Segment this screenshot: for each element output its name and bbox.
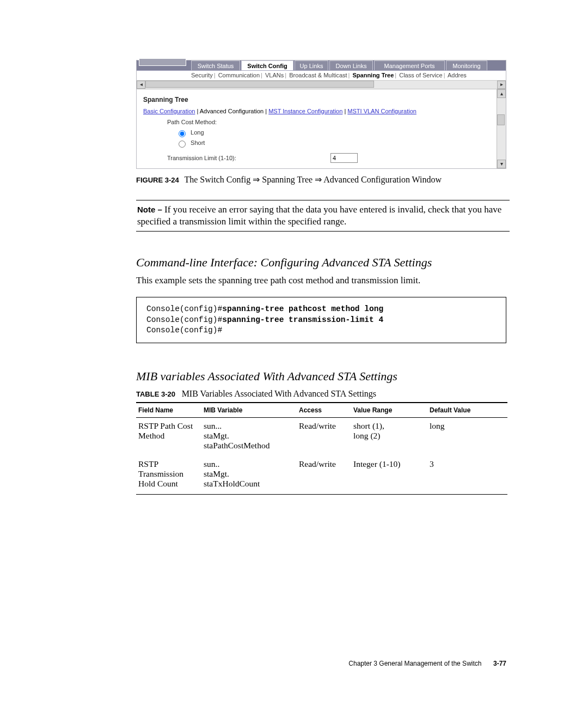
cell-var: sun... staMgt. staPathCostMethod — [201, 417, 297, 456]
scroll-up-icon[interactable]: ▴ — [497, 89, 506, 98]
subtab-security[interactable]: Security — [191, 72, 213, 78]
cell-default: 3 — [427, 456, 507, 495]
th-default-value: Default Value — [427, 403, 507, 418]
note-block: Note – If you receive an error saying th… — [136, 200, 510, 232]
cell-var: sun.. staMgt. staTxHoldCount — [201, 456, 297, 495]
page: Switch Status Switch Config Up Links Dow… — [0, 0, 588, 706]
link-basic-config[interactable]: Basic Configuration — [143, 108, 195, 114]
figure-label: FIGURE 3-24 — [136, 176, 179, 184]
switch-config-window: Switch Status Switch Config Up Links Dow… — [136, 60, 506, 169]
transmission-limit-label: Transmission Limit (1-10): — [167, 155, 330, 161]
cli-command-2: spanning-tree transmission-limit 4 — [222, 315, 383, 324]
vscroll-thumb[interactable] — [497, 114, 505, 125]
tab-up-links[interactable]: Up Links — [295, 60, 328, 70]
table-header-row: Field Name MIB Variable Access Value Ran… — [136, 403, 507, 418]
transmission-limit-input[interactable] — [330, 153, 358, 163]
cli-intro: This example sets the spanning tree path… — [136, 275, 506, 286]
cell-field: RSTP Path Cost Method — [136, 417, 201, 456]
radio-short[interactable] — [179, 141, 186, 148]
table-row: RSTP Path Cost Method sun... staMgt. sta… — [136, 417, 507, 456]
subtab-addressing-truncated[interactable]: Addres — [448, 72, 467, 78]
cell-access: Read/write — [297, 417, 351, 456]
radio-long[interactable] — [179, 130, 186, 137]
radio-short-text: Short — [191, 139, 205, 146]
cell-range: Integer (1-10) — [351, 456, 427, 495]
table-row: RSTP Transmission Hold Count sun.. staMg… — [136, 456, 507, 495]
cli-code-block: Console(config)#spanning-tree pathcost m… — [136, 297, 506, 343]
footer-chapter: Chapter 3 General Management of the Swit… — [348, 660, 481, 667]
link-advanced-config[interactable]: Advanced Configuration — [200, 108, 264, 114]
panel-title: Spanning Tree — [143, 96, 491, 104]
panel-content: Spanning Tree Basic Configuration | Adva… — [137, 89, 497, 168]
cli-prompt-2: Console(config)# — [146, 315, 222, 324]
cell-range: short (1), long (2) — [351, 417, 427, 456]
path-cost-label: Path Cost Method: — [167, 119, 491, 125]
link-msti-vlan-config[interactable]: MSTI VLAN Configuration — [347, 108, 416, 114]
cli-heading: Command-line Interface: Configuring Adva… — [136, 255, 506, 270]
subtab-spanning-tree[interactable]: Spanning Tree — [352, 72, 394, 78]
config-links: Basic Configuration | Advanced Configura… — [143, 108, 491, 114]
radio-long-text: Long — [191, 129, 204, 136]
tab-down-links[interactable]: Down Links — [329, 60, 373, 70]
th-mib-variable: MIB Variable — [201, 403, 297, 418]
tab-management-ports[interactable]: Management Ports — [374, 60, 445, 70]
tab-switch-config[interactable]: Switch Config — [241, 60, 293, 70]
cell-access: Read/write — [297, 456, 351, 495]
sub-tab-bar: Security| Communication| VLANs| Broadcas… — [137, 71, 506, 81]
mib-table: Field Name MIB Variable Access Value Ran… — [136, 402, 507, 495]
cli-prompt-3: Console(config)# — [146, 326, 222, 334]
table-caption: TABLE 3-20 MIB Variables Associated With… — [136, 389, 506, 399]
tab-monitoring[interactable]: Monitoring — [446, 60, 487, 70]
figure-caption: FIGURE 3-24 The Switch Config ⇒ Spanning… — [136, 174, 506, 185]
mib-heading: MIB variables Associated With Advanced S… — [136, 369, 506, 384]
subtab-cos[interactable]: Class of Service — [399, 72, 442, 78]
subtab-broadcast[interactable]: Broadcast & Multicast — [289, 72, 347, 78]
scroll-right-icon[interactable]: ▸ — [497, 81, 506, 89]
radio-long-label[interactable]: Long — [176, 129, 491, 137]
note-text: If you receive an error saying that the … — [137, 204, 501, 227]
figure-caption-text: The Switch Config ⇒ Spanning Tree ⇒ Adva… — [184, 175, 442, 184]
hscroll-track[interactable] — [145, 81, 497, 89]
horizontal-scrollbar[interactable]: ◂ ▸ — [137, 81, 506, 89]
table-label: TABLE 3-20 — [136, 390, 175, 398]
vertical-scrollbar[interactable]: ▴ ▾ — [497, 89, 506, 168]
main-tab-bar: Switch Status Switch Config Up Links Dow… — [137, 60, 506, 71]
cell-default: long — [427, 417, 507, 456]
subtab-communication[interactable]: Communication — [218, 72, 260, 78]
path-cost-radios: Long Short — [176, 129, 491, 148]
hscroll-thumb[interactable] — [145, 81, 374, 88]
scroll-down-icon[interactable]: ▾ — [497, 160, 506, 168]
th-value-range: Value Range — [351, 403, 427, 418]
footer-page-number: 3-77 — [493, 660, 506, 667]
cli-command-1: spanning-tree pathcost method long — [222, 305, 383, 313]
link-mst-instance-config[interactable]: MST Instance Configuration — [268, 108, 342, 114]
cell-field: RSTP Transmission Hold Count — [136, 456, 201, 495]
th-field-name: Field Name — [136, 403, 201, 418]
vscroll-track[interactable] — [497, 98, 506, 160]
subtab-vlans[interactable]: VLANs — [265, 72, 284, 78]
note-lead: Note – — [137, 205, 162, 214]
radio-short-label[interactable]: Short — [176, 139, 491, 148]
table-title: MIB Variables Associated With Advanced S… — [182, 389, 376, 398]
logo-placeholder — [139, 58, 186, 66]
page-footer: Chapter 3 General Management of the Swit… — [348, 659, 506, 668]
scroll-left-icon[interactable]: ◂ — [137, 81, 145, 89]
figure-screenshot: Switch Status Switch Config Up Links Dow… — [136, 60, 506, 169]
cli-prompt-1: Console(config)# — [146, 305, 222, 313]
th-access: Access — [297, 403, 351, 418]
tab-switch-status[interactable]: Switch Status — [191, 60, 240, 70]
